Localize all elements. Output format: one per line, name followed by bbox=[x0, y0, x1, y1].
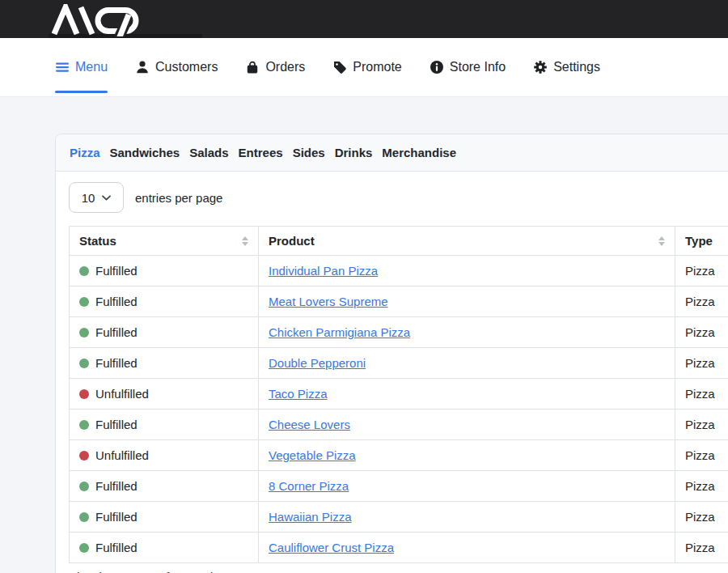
type-text: Pizza bbox=[685, 541, 715, 554]
tab-sandwiches[interactable]: Sandwiches bbox=[110, 146, 180, 159]
product-link[interactable]: Meat Lovers Supreme bbox=[269, 295, 388, 308]
type-cell: Pizza bbox=[675, 533, 728, 563]
product-link[interactable]: Cheese Lovers bbox=[269, 418, 350, 431]
table-row: Unfulfilled Taco Pizza Pizza bbox=[70, 379, 728, 410]
app-window: Menu Customers Orders Promote Store Info bbox=[0, 0, 728, 573]
status-dot bbox=[79, 266, 89, 276]
type-cell: Pizza bbox=[675, 379, 728, 410]
product-link[interactable]: Taco Pizza bbox=[269, 387, 328, 401]
table-row: Fulfilled Cauliflower Crust Pizza Pizza bbox=[70, 533, 728, 563]
status-cell: Fulfilled bbox=[70, 317, 259, 348]
nav-label: Settings bbox=[553, 60, 600, 74]
product-cell: Double Pepperoni bbox=[259, 348, 675, 379]
status-cell: Unfulfilled bbox=[70, 440, 259, 471]
product-cell: Meat Lovers Supreme bbox=[259, 286, 675, 317]
type-text: Pizza bbox=[685, 295, 715, 308]
menu-card: Pizza Sandwiches Salads Entrees Sides Dr… bbox=[55, 134, 728, 573]
sort-icon[interactable] bbox=[658, 236, 665, 246]
status-dot bbox=[79, 359, 89, 368]
product-link[interactable]: Chicken Parmigiana Pizza bbox=[269, 325, 410, 339]
nav-item-customers[interactable]: Customers bbox=[135, 38, 218, 96]
product-cell: Chicken Parmigiana Pizza bbox=[259, 317, 675, 348]
type-text: Pizza bbox=[685, 418, 715, 431]
status-text: Unfulfilled bbox=[95, 387, 149, 401]
table-row: Fulfilled Individual Pan Pizza Pizza bbox=[70, 256, 728, 286]
product-link[interactable]: Hawaiian Pizza bbox=[269, 510, 352, 524]
status-dot bbox=[79, 543, 89, 553]
tab-salads[interactable]: Salads bbox=[189, 146, 228, 159]
product-cell: 8 Corner Pizza bbox=[259, 471, 675, 502]
hamburger-icon bbox=[55, 60, 70, 74]
products-table: Status Product bbox=[69, 226, 728, 563]
status-cell: Unfulfilled bbox=[70, 379, 259, 410]
nav-item-promote[interactable]: Promote bbox=[332, 38, 401, 96]
column-header-status[interactable]: Status bbox=[70, 227, 259, 256]
column-header-product[interactable]: Product bbox=[259, 227, 675, 256]
product-cell: Hawaiian Pizza bbox=[259, 502, 675, 533]
status-cell: Fulfilled bbox=[70, 471, 259, 502]
status-dot bbox=[79, 297, 89, 307]
type-text: Pizza bbox=[685, 387, 715, 401]
product-cell: Individual Pan Pizza bbox=[259, 256, 675, 286]
info-icon bbox=[430, 60, 444, 74]
product-link[interactable]: Cauliflower Crust Pizza bbox=[269, 541, 394, 554]
sort-icon[interactable] bbox=[242, 236, 248, 246]
product-cell: Cauliflower Crust Pizza bbox=[259, 533, 675, 563]
table-row: Fulfilled Cheese Lovers Pizza bbox=[70, 410, 728, 440]
main-nav: Menu Customers Orders Promote Store Info bbox=[0, 38, 728, 97]
tag-icon bbox=[332, 60, 347, 74]
product-link[interactable]: Individual Pan Pizza bbox=[269, 264, 378, 278]
status-dot bbox=[79, 420, 89, 430]
type-text: Pizza bbox=[685, 448, 715, 462]
bag-icon bbox=[245, 60, 260, 74]
topbar bbox=[0, 0, 728, 38]
nav-label: Orders bbox=[265, 60, 305, 74]
nav-item-orders[interactable]: Orders bbox=[245, 38, 305, 96]
nav-label: Promote bbox=[353, 60, 401, 74]
nav-item-store-info[interactable]: Store Info bbox=[430, 38, 506, 96]
product-cell: Cheese Lovers bbox=[259, 410, 675, 440]
product-link[interactable]: Vegetable Pizza bbox=[269, 448, 356, 462]
status-dot bbox=[79, 451, 89, 461]
tab-entrees[interactable]: Entrees bbox=[239, 146, 283, 159]
page-content: Pizza Sandwiches Salads Entrees Sides Dr… bbox=[0, 97, 728, 573]
nav-item-menu[interactable]: Menu bbox=[55, 38, 108, 96]
nav-item-settings[interactable]: Settings bbox=[533, 38, 600, 96]
type-cell: Pizza bbox=[675, 410, 728, 440]
aiq-logo bbox=[52, 4, 142, 36]
type-cell: Pizza bbox=[675, 286, 728, 317]
type-cell: Pizza bbox=[675, 502, 728, 533]
type-cell: Pizza bbox=[675, 440, 728, 471]
status-cell: Fulfilled bbox=[70, 256, 259, 286]
status-text: Fulfilled bbox=[95, 295, 138, 308]
product-cell: Vegetable Pizza bbox=[259, 440, 675, 471]
status-text: Fulfilled bbox=[95, 510, 138, 524]
type-text: Pizza bbox=[685, 264, 715, 278]
entries-per-page-select[interactable]: 10 bbox=[69, 182, 124, 213]
type-text: Pizza bbox=[685, 510, 715, 524]
selected-entries-value: 10 bbox=[82, 191, 95, 205]
chevron-down-icon bbox=[102, 195, 111, 201]
status-cell: Fulfilled bbox=[70, 410, 259, 440]
status-cell: Fulfilled bbox=[70, 502, 259, 533]
status-text: Unfulfilled bbox=[95, 448, 149, 462]
entries-per-page-label: entries per page bbox=[135, 191, 222, 205]
status-dot bbox=[79, 328, 89, 337]
tab-merchandise[interactable]: Merchandise bbox=[382, 146, 456, 159]
product-link[interactable]: 8 Corner Pizza bbox=[269, 479, 349, 493]
tab-pizza[interactable]: Pizza bbox=[70, 146, 100, 159]
nav-label: Menu bbox=[75, 60, 108, 74]
product-cell: Taco Pizza bbox=[259, 379, 675, 410]
column-header-type[interactable]: Type bbox=[675, 227, 728, 256]
product-link[interactable]: Double Pepperoni bbox=[269, 356, 366, 370]
table-row: Unfulfilled Vegetable Pizza Pizza bbox=[70, 440, 728, 471]
table-row: Fulfilled Meat Lovers Supreme Pizza bbox=[70, 286, 728, 317]
tab-sides[interactable]: Sides bbox=[293, 146, 325, 159]
type-cell: Pizza bbox=[675, 256, 728, 286]
table-header-row: Status Product bbox=[70, 227, 728, 256]
tab-drinks[interactable]: Drinks bbox=[335, 146, 373, 159]
gear-icon bbox=[533, 60, 548, 74]
entries-control: 10 entries per page bbox=[69, 182, 728, 213]
table-row: Fulfilled Chicken Parmigiana Pizza Pizza bbox=[70, 317, 728, 348]
column-label: Status bbox=[79, 234, 116, 248]
